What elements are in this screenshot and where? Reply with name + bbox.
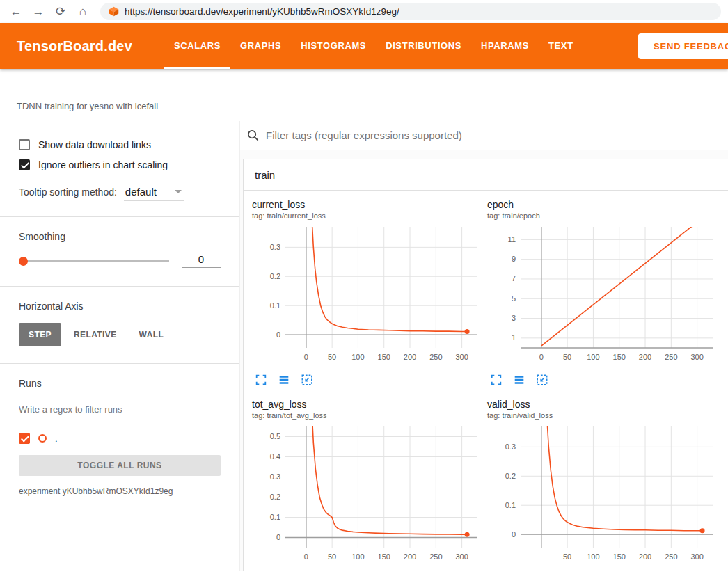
tab-scalars[interactable]: SCALARS — [164, 23, 230, 69]
svg-text:3: 3 — [512, 314, 516, 322]
line-chart-plot[interactable]: 5010015020025030000.10.20.3 — [487, 424, 717, 568]
toggle-all-runs-button[interactable]: TOGGLE ALL RUNS — [19, 455, 221, 476]
chart-card: tot_avg_loss tag: train/tot_avg_loss 050… — [252, 399, 482, 571]
axis-wall-button[interactable]: WALL — [129, 323, 174, 346]
tooltip-sorting-row: Tooltip sorting method: default — [19, 186, 221, 201]
chart-tag: tag: train/epoch — [487, 212, 717, 220]
svg-text:150: 150 — [613, 353, 626, 361]
chart-title: valid_loss — [487, 399, 717, 410]
settings-sidebar: Show data download links Ignore outliers… — [0, 121, 240, 571]
search-icon — [246, 129, 260, 142]
svg-text:0.1: 0.1 — [270, 513, 280, 521]
main-panel: train current_loss tag: train/current_lo… — [240, 121, 728, 571]
tab-hparams[interactable]: HPARAMS — [471, 23, 539, 69]
tag-filter-row — [240, 121, 728, 150]
svg-text:0.3: 0.3 — [270, 472, 280, 481]
axis-step-button[interactable]: STEP — [19, 323, 61, 346]
svg-text:100: 100 — [587, 552, 599, 561]
svg-text:0.1: 0.1 — [505, 501, 516, 509]
experiment-description: TDNN training for yesno with icefall — [17, 101, 711, 111]
page: ← → ⟳ ⌂ https://tensorboard.dev/experime… — [0, 0, 728, 574]
address-bar[interactable]: https://tensorboard.dev/experiment/yKUbh… — [100, 3, 721, 20]
svg-text:200: 200 — [639, 353, 651, 361]
nav-tabs: SCALARS GRAPHS HISTOGRAMS DISTRIBUTIONS … — [164, 23, 583, 69]
tensorboard-favicon — [109, 6, 119, 17]
tab-graphs[interactable]: GRAPHS — [230, 23, 291, 69]
show-download-links-checkbox-row[interactable]: Show data download links — [19, 139, 221, 150]
svg-text:50: 50 — [328, 552, 336, 561]
svg-text:250: 250 — [665, 552, 677, 561]
slider-track — [19, 260, 169, 262]
svg-text:0: 0 — [276, 330, 280, 339]
fit-to-data-icon[interactable] — [536, 374, 548, 388]
home-icon[interactable]: ⌂ — [74, 3, 92, 21]
brand-title: TensorBoard.dev — [17, 38, 132, 54]
svg-text:300: 300 — [455, 353, 468, 361]
runs-label: Runs — [19, 378, 221, 389]
data-table-icon[interactable] — [513, 374, 525, 388]
svg-text:300: 300 — [690, 552, 703, 561]
svg-text:0.5: 0.5 — [270, 432, 280, 440]
line-chart-plot[interactable]: 05010015020025030000.10.20.30.40.5 — [252, 424, 482, 568]
chart-tag: tag: train/valid_loss — [487, 411, 717, 420]
line-chart-plot[interactable]: 05010015020025030000.10.20.3 — [252, 224, 482, 369]
svg-text:100: 100 — [351, 353, 364, 361]
svg-text:200: 200 — [404, 552, 416, 561]
line-chart-plot[interactable]: 0501001502002503001357911 — [487, 224, 717, 369]
tooltip-sorting-value: default — [125, 186, 157, 198]
svg-text:150: 150 — [378, 353, 390, 361]
svg-text:9: 9 — [512, 255, 516, 263]
svg-text:200: 200 — [404, 353, 416, 361]
run-name: . — [55, 433, 58, 444]
svg-text:300: 300 — [690, 353, 703, 361]
svg-text:50: 50 — [563, 353, 571, 361]
url-text[interactable]: https://tensorboard.dev/experiment/yKUbh… — [125, 6, 399, 17]
horizontal-axis-label: Horizontal Axis — [19, 301, 221, 312]
chart-title: current_loss — [252, 199, 482, 210]
run-color-swatch-icon — [38, 434, 47, 443]
tab-distributions[interactable]: DISTRIBUTIONS — [376, 23, 471, 69]
ignore-outliers-label: Ignore outliers in chart scaling — [38, 159, 168, 170]
checkbox-unchecked-icon[interactable] — [19, 139, 30, 150]
horizontal-axis-buttons: STEP RELATIVE WALL — [19, 323, 221, 346]
slider-thumb[interactable] — [19, 257, 28, 266]
tab-text[interactable]: TEXT — [539, 23, 583, 69]
smoothing-slider[interactable] — [19, 256, 169, 266]
data-table-icon[interactable] — [278, 374, 290, 388]
svg-text:50: 50 — [328, 353, 336, 361]
chart-card: epoch tag: train/epoch 05010015020025030… — [487, 199, 717, 388]
svg-text:0: 0 — [304, 353, 308, 361]
svg-text:250: 250 — [429, 552, 442, 561]
svg-text:100: 100 — [351, 552, 364, 561]
refresh-icon[interactable]: ⟳ — [52, 3, 70, 21]
run-row[interactable]: . — [19, 433, 221, 444]
chart-card: current_loss tag: train/current_loss 050… — [252, 199, 482, 388]
axis-relative-button[interactable]: RELATIVE — [64, 323, 127, 346]
chart-card: valid_loss tag: train/valid_loss 5010015… — [487, 399, 717, 571]
fullscreen-icon[interactable] — [490, 374, 503, 388]
send-feedback-button[interactable]: SEND FEEDBACK — [638, 33, 728, 59]
svg-text:100: 100 — [587, 353, 599, 361]
app-header: TensorBoard.dev SCALARS GRAPHS HISTOGRAM… — [0, 23, 728, 69]
tag-filter-input[interactable] — [266, 129, 728, 141]
fullscreen-icon[interactable] — [255, 374, 267, 388]
tab-histograms[interactable]: HISTOGRAMS — [291, 23, 376, 69]
svg-text:300: 300 — [455, 552, 468, 561]
forward-arrow-icon[interactable]: → — [29, 3, 47, 21]
svg-text:7: 7 — [512, 274, 516, 282]
train-section-header[interactable]: train — [244, 159, 728, 191]
runs-filter-input[interactable] — [19, 400, 221, 420]
chart-title: tot_avg_loss — [252, 399, 482, 410]
svg-text:50: 50 — [563, 552, 571, 561]
svg-text:5: 5 — [512, 294, 516, 303]
fit-to-data-icon[interactable] — [301, 374, 313, 388]
chart-title: epoch — [487, 199, 717, 210]
checkbox-checked-icon[interactable] — [19, 159, 30, 170]
back-arrow-icon[interactable]: ← — [7, 3, 25, 21]
tooltip-sorting-dropdown[interactable]: default — [124, 186, 184, 201]
smoothing-value-field[interactable]: 0 — [182, 253, 221, 268]
run-checkbox-checked-icon[interactable] — [19, 433, 30, 444]
charts-grid: current_loss tag: train/current_loss 050… — [244, 191, 728, 571]
chevron-down-icon — [175, 190, 182, 193]
ignore-outliers-checkbox-row[interactable]: Ignore outliers in chart scaling — [19, 159, 221, 170]
